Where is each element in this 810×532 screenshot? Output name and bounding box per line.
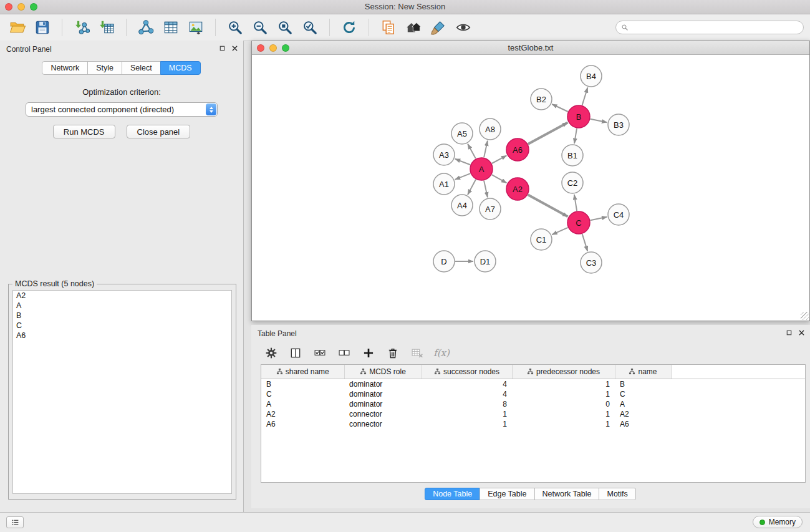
memory-button[interactable]: Memory [753,516,803,528]
zoom-fit-button[interactable] [274,16,296,39]
cell[interactable]: 8 [422,399,512,409]
tab-node-table[interactable]: Node Table [425,488,480,500]
tab-style[interactable]: Style [87,61,122,75]
table-row-C[interactable]: Cdominator41C [261,389,805,399]
cell[interactable]: C [261,389,344,399]
add-row-button[interactable] [361,346,376,360]
edge-A-A7[interactable] [484,181,488,198]
node-A3[interactable]: A3 [433,144,455,165]
node-A2[interactable]: A2 [506,178,529,200]
column-header-mcds-role[interactable]: MCDS role [344,365,422,379]
edge-A2-C[interactable] [528,195,568,216]
mcds-result-item[interactable]: A2 [13,291,231,301]
tab-select[interactable]: Select [122,61,161,75]
edge-B-B1[interactable] [574,128,577,143]
table-row-B[interactable]: Bdominator41B [261,379,805,390]
network-canvas[interactable]: B4B2BB3A8A5A6B1A3AC2A1A2A4A7CC4C1C3DD1 [252,55,809,321]
show-hide-button[interactable] [452,16,475,39]
tab-network-table[interactable]: Network Table [534,488,600,500]
float-panel-button[interactable] [219,45,226,52]
cell[interactable]: connector [344,419,422,429]
cell[interactable]: A2 [261,409,344,419]
delete-row-button[interactable] [385,346,400,360]
save-session-button[interactable] [31,16,54,39]
edge-C-C4[interactable] [591,217,607,220]
criterion-select[interactable]: largest connected component (directed) [26,102,218,117]
edge-A-A4[interactable] [468,180,476,195]
cell[interactable]: 4 [422,379,512,390]
column-header-shared-name[interactable]: shared name [261,365,344,379]
tab-motifs[interactable]: Motifs [599,488,635,500]
mcds-result-item[interactable]: B [13,311,231,321]
tab-network[interactable]: Network [42,61,88,75]
edge-A-A2[interactable] [492,175,507,183]
network-zoom-button[interactable] [282,44,289,52]
zoom-out-button[interactable] [249,16,271,39]
cell[interactable]: 1 [422,419,512,429]
edge-A-A6[interactable] [492,155,507,163]
node-D[interactable]: D [433,251,455,272]
run-mcds-button[interactable]: Run MCDS [53,125,115,138]
node-B1[interactable]: B1 [562,145,583,166]
import-table-button[interactable] [95,16,118,39]
column-header-predecessor-nodes[interactable]: predecessor nodes [512,365,615,379]
zoom-selected-button[interactable] [299,16,321,39]
node-A4[interactable]: A4 [451,195,473,216]
network-window-titlebar[interactable]: testGlobe.txt [252,41,809,55]
node-C2[interactable]: C2 [562,172,583,193]
cell[interactable]: 1 [512,419,615,429]
node-A5[interactable]: A5 [451,123,473,144]
column-header-successor-nodes[interactable]: successor nodes [422,365,512,379]
tab-edge-table[interactable]: Edge Table [480,488,534,500]
node-C[interactable]: C [567,211,590,234]
node-C4[interactable]: C4 [608,204,629,225]
cell[interactable]: A2 [615,409,671,419]
new-network-button[interactable] [135,16,157,39]
import-network-button[interactable] [70,16,93,39]
column-header-name[interactable]: name [615,365,671,379]
column-selector-button[interactable] [288,346,303,360]
edge-A-A1[interactable] [455,173,471,180]
mcds-result-item[interactable]: C [13,321,231,331]
table-row-A6[interactable]: A6connector11A6 [261,419,805,429]
export-image-button[interactable] [185,16,207,39]
cell[interactable]: dominator [344,399,422,409]
mcds-result-list[interactable]: A2ABCA6 [12,290,232,494]
node-A7[interactable]: A7 [480,198,501,220]
zoom-window-button[interactable] [30,3,37,11]
close-panel-button[interactable] [231,45,238,52]
node-A1[interactable]: A1 [433,173,455,195]
tab-mcds[interactable]: MCDS [160,61,201,75]
node-C3[interactable]: C3 [581,252,602,273]
float-table-panel-button[interactable] [786,329,793,336]
cell[interactable]: 1 [512,389,615,399]
cell[interactable]: A6 [615,419,671,429]
cell[interactable]: dominator [344,389,422,399]
settings-button[interactable] [264,346,279,360]
cell[interactable]: C [615,389,671,399]
edge-C-C3[interactable] [582,234,588,251]
edge-B-B3[interactable] [591,119,607,122]
search-input[interactable] [632,22,798,32]
cell[interactable]: 1 [422,409,512,419]
cell[interactable]: 1 [512,379,615,390]
edge-B-B4[interactable] [582,87,588,105]
zoom-in-button[interactable] [224,16,246,39]
node-A6[interactable]: A6 [506,138,529,161]
cell[interactable]: A [261,399,344,409]
edge-A-A5[interactable] [468,144,476,159]
close-table-panel-button[interactable] [798,329,805,336]
resize-grip[interactable] [801,312,809,320]
node-A[interactable]: A [470,158,493,180]
edge-C-C1[interactable] [552,228,567,235]
edge-B-B2[interactable] [552,104,568,112]
function-builder-button[interactable]: f(x) [434,346,449,360]
select-all-button[interactable] [312,346,327,360]
edge-A-A8[interactable] [484,141,488,158]
node-A8[interactable]: A8 [480,118,501,140]
node-B[interactable]: B [567,105,590,128]
cell[interactable]: 0 [512,399,615,409]
edge-C-C2[interactable] [574,195,577,211]
cell[interactable]: A [615,399,671,409]
minimize-window-button[interactable] [17,3,25,11]
